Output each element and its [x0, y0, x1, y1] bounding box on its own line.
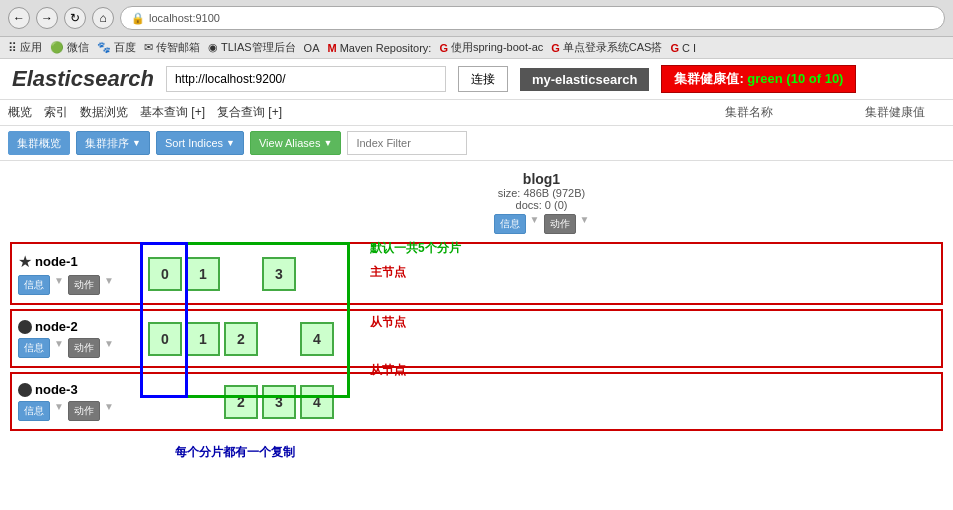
- node-3-shard-3[interactable]: 3: [262, 385, 296, 419]
- node-2-shard-0[interactable]: 0: [148, 322, 182, 356]
- connect-button[interactable]: 连接: [458, 66, 508, 92]
- annotation-default-shards: 默认一共5个分片: [370, 240, 461, 257]
- cluster-sort-button[interactable]: 集群排序 ▼: [76, 131, 150, 155]
- node-2-op-button[interactable]: 动作: [68, 338, 100, 358]
- bookmark-cas[interactable]: G单点登录系统CAS搭: [551, 40, 662, 55]
- bookmark-baidu[interactable]: 🐾百度: [97, 40, 136, 55]
- index-info-button[interactable]: 信息: [494, 214, 526, 234]
- lock-icon: 🔒: [131, 12, 145, 25]
- node-3-name: node-3: [35, 382, 78, 397]
- index-filter-input[interactable]: [347, 131, 467, 155]
- cluster-overview-button[interactable]: 集群概览: [8, 131, 70, 155]
- main-content: blog1 size: 486B (972B) docs: 0 (0) 信息 ▼…: [0, 161, 953, 510]
- node-1-op-button[interactable]: 动作: [68, 275, 100, 295]
- nodes-container: ★ node-1 信息 ▼ 动作 ▼ 0 1 3: [10, 242, 943, 431]
- bookmark-oa[interactable]: OA: [304, 42, 320, 54]
- index-op-button[interactable]: 动作: [544, 214, 576, 234]
- node-3-shard-empty-2: [186, 385, 220, 419]
- node-2-shard-2[interactable]: 2: [224, 322, 258, 356]
- node-1-name: node-1: [35, 254, 78, 269]
- bookmark-extra[interactable]: GC I: [670, 42, 696, 54]
- node-1-shard-empty-1: [224, 257, 258, 291]
- node-2-shard-empty: [262, 322, 296, 356]
- cluster-name-label: 集群名称: [725, 104, 773, 121]
- node-3-shard-4[interactable]: 4: [300, 385, 334, 419]
- node-1-shard-empty-2: [300, 257, 334, 291]
- cluster-sort-arrow: ▼: [132, 138, 141, 148]
- node-row-2: node-2 信息 ▼ 动作 ▼ 0 1 2 4: [10, 309, 943, 368]
- node-2-name: node-2: [35, 319, 78, 334]
- index-docs: docs: 0 (0): [140, 199, 943, 211]
- master-star-icon: ★: [18, 252, 32, 271]
- browser-chrome: ← → ↻ ⌂ 🔒 localhost:9100: [0, 0, 953, 37]
- index-size: size: 486B (972B): [140, 187, 943, 199]
- annotation-replica: 每个分片都有一个复制: [175, 444, 295, 461]
- url-bar[interactable]: 🔒 localhost:9100: [120, 6, 945, 30]
- view-aliases-button[interactable]: View Aliases ▼: [250, 131, 341, 155]
- sort-indices-arrow: ▼: [226, 138, 235, 148]
- bookmark-mail[interactable]: ✉传智邮箱: [144, 40, 200, 55]
- back-button[interactable]: ←: [8, 7, 30, 29]
- node-row-1: ★ node-1 信息 ▼ 动作 ▼ 0 1 3: [10, 242, 943, 305]
- cluster-health-value: green (10 of 10): [747, 71, 843, 86]
- node-1-shard-1[interactable]: 1: [186, 257, 220, 291]
- node-1-info: ★ node-1 信息 ▼ 动作 ▼: [12, 244, 142, 303]
- node-2-info: node-2 信息 ▼ 动作 ▼: [12, 311, 142, 366]
- bookmark-tlias[interactable]: ◉TLIAS管理后台: [208, 40, 296, 55]
- node-3-shard-2[interactable]: 2: [224, 385, 258, 419]
- tab-index[interactable]: 索引: [44, 104, 68, 121]
- node-2-shard-1[interactable]: 1: [186, 322, 220, 356]
- bookmark-maven[interactable]: MMaven Repository:: [327, 42, 431, 54]
- tab-overview[interactable]: 概览: [8, 104, 32, 121]
- node-3-info-button[interactable]: 信息: [18, 401, 50, 421]
- bookmark-spring[interactable]: G使用spring-boot-ac: [439, 40, 543, 55]
- node-3-shards: 2 3 4: [142, 379, 941, 425]
- tab-data-browse[interactable]: 数据浏览: [80, 104, 128, 121]
- node-1-shard-0[interactable]: 0: [148, 257, 182, 291]
- node-row-3: node-3 信息 ▼ 动作 ▼ 2 3 4: [10, 372, 943, 431]
- node-1-info-button[interactable]: 信息: [18, 275, 50, 295]
- node-1-shard-3[interactable]: 3: [262, 257, 296, 291]
- annotation-slave2: 从节点: [370, 362, 406, 379]
- node-3-info: node-3 信息 ▼ 动作 ▼: [12, 374, 142, 429]
- node-2-circle-icon: [18, 320, 32, 334]
- annotation-master: 主节点: [370, 264, 406, 281]
- nav-tabs: 概览 索引 数据浏览 基本查询 [+] 复合查询 [+] 集群名称 集群健康值: [0, 100, 953, 125]
- view-aliases-arrow: ▼: [324, 138, 333, 148]
- tab-basic-query[interactable]: 基本查询 [+]: [140, 104, 205, 121]
- node-2-shard-4[interactable]: 4: [300, 322, 334, 356]
- node-3-circle-icon: [18, 383, 32, 397]
- home-button[interactable]: ⌂: [92, 7, 114, 29]
- node-3-shard-empty-1: [148, 385, 182, 419]
- bookmark-wechat[interactable]: 🟢微信: [50, 40, 89, 55]
- sort-indices-button[interactable]: Sort Indices ▼: [156, 131, 244, 155]
- app-header: Elasticsearch 连接 my-elasticsearch 集群健康值:…: [0, 59, 953, 100]
- app-title: Elasticsearch: [12, 66, 154, 92]
- url-text: localhost:9100: [149, 12, 220, 24]
- forward-button[interactable]: →: [36, 7, 58, 29]
- refresh-button[interactable]: ↻: [64, 7, 86, 29]
- bookmarks-bar: ⠿ 应用 🟢微信 🐾百度 ✉传智邮箱 ◉TLIAS管理后台 OA MMaven …: [0, 37, 953, 59]
- server-url-input[interactable]: [166, 66, 446, 92]
- annotation-slave1: 从节点: [370, 314, 406, 331]
- node-1-badge: ★ node-1: [18, 252, 78, 271]
- node-2-shards: 0 1 2 4: [142, 316, 941, 362]
- bookmark-apps[interactable]: ⠿ 应用: [8, 40, 42, 55]
- node-3-badge: node-3: [18, 382, 78, 397]
- cluster-health-label: 集群健康值:: [674, 71, 743, 86]
- cluster-health-label-nav: 集群健康值: [865, 104, 925, 121]
- node-2-badge: node-2: [18, 319, 78, 334]
- cluster-health-box: 集群健康值: green (10 of 10): [661, 65, 856, 93]
- cluster-name-box: my-elasticsearch: [520, 68, 650, 91]
- index-name: blog1: [140, 171, 943, 187]
- index-header: blog1 size: 486B (972B) docs: 0 (0) 信息 ▼…: [140, 171, 943, 234]
- toolbar: 集群概览 集群排序 ▼ Sort Indices ▼ View Aliases …: [0, 126, 953, 161]
- node-3-op-button[interactable]: 动作: [68, 401, 100, 421]
- tab-complex-query[interactable]: 复合查询 [+]: [217, 104, 282, 121]
- node-1-shards: 0 1 3: [142, 251, 941, 297]
- node-2-info-button[interactable]: 信息: [18, 338, 50, 358]
